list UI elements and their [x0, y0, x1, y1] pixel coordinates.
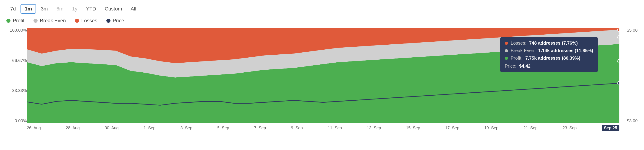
x-label-15sep: 15. Sep — [406, 126, 420, 130]
tooltip-profit-row: Profit: 7.75k addresses (80.39%) — [505, 56, 593, 61]
x-label-23sep: 23. Sep — [562, 126, 576, 130]
y-label-0: 0.00% — [6, 118, 27, 123]
legend-losses-label: Losses — [81, 18, 97, 24]
btn-1y: 1y — [68, 4, 81, 14]
legend-profit: Profit — [6, 18, 24, 24]
losses-dot — [75, 19, 79, 23]
btn-all[interactable]: All — [127, 4, 140, 14]
legend-price: Price — [106, 18, 124, 24]
chart-svg-area[interactable]: Losses: 748 addresses (7.76%) Break Even… — [27, 28, 620, 123]
y-label-33: 33.33% — [6, 88, 27, 93]
x-label-30aug: 30. Aug — [104, 126, 118, 130]
x-label-3sep: 3. Sep — [180, 126, 192, 130]
tooltip-losses-row: Losses: 748 addresses (7.76%) — [505, 40, 593, 46]
x-label-9sep: 9. Sep — [291, 126, 303, 130]
y-axis-left: 100.00% 66.67% 33.33% 0.00% — [6, 28, 27, 123]
x-label-26aug: 26. Aug — [27, 126, 41, 130]
legend-bar: Profit Break Even Losses Price — [0, 16, 644, 28]
breakeven-dot — [34, 19, 38, 23]
chart-tooltip: Losses: 748 addresses (7.76%) Break Even… — [500, 37, 598, 72]
tooltip-price-value: $4.42 — [519, 64, 530, 69]
btn-6m: 6m — [52, 4, 68, 14]
btn-custom[interactable]: Custom — [101, 4, 126, 14]
y-label-right-5: $5.00 — [627, 28, 638, 33]
tooltip-breakeven-value: 1.14k addresses (11.85%) — [538, 48, 593, 53]
svg-point-8 — [618, 36, 620, 40]
y-label-100: 100.00% — [6, 28, 27, 33]
tooltip-price-label: Price: — [505, 64, 516, 69]
x-axis: 26. Aug 28. Aug 30. Aug 1. Sep 3. Sep 5.… — [27, 123, 620, 132]
time-range-bar: 7d 1m 3m 6m 1y YTD Custom All — [0, 0, 644, 16]
x-label-17sep: 17. Sep — [445, 126, 459, 130]
x-label-7sep: 7. Sep — [254, 126, 266, 130]
y-label-66: 66.67% — [6, 58, 27, 63]
x-label-21sep: 21. Sep — [523, 126, 538, 130]
btn-7d[interactable]: 7d — [6, 4, 20, 14]
x-label-28aug: 28. Aug — [66, 126, 80, 130]
x-label-5sep: 5. Sep — [217, 126, 229, 130]
x-label-11sep: 11. Sep — [328, 126, 342, 130]
x-label-1sep: 1. Sep — [144, 126, 155, 130]
chart-container[interactable]: 100.00% 66.67% 33.33% 0.00% $5.00 $3.00 — [0, 28, 644, 132]
svg-point-9 — [618, 60, 620, 63]
legend-losses: Losses — [75, 18, 97, 24]
legend-breakeven: Break Even — [34, 18, 66, 24]
x-label-19sep: 19. Sep — [484, 126, 498, 130]
tooltip-breakeven-label: Break Even: — [511, 48, 536, 53]
legend-price-label: Price — [113, 18, 124, 24]
tooltip-price-row: Price: $4.42 — [505, 63, 593, 69]
legend-breakeven-label: Break Even — [40, 18, 66, 24]
x-label-13sep: 13. Sep — [367, 126, 381, 130]
tooltip-losses-dot — [505, 42, 508, 45]
x-label-sep25: Sep 25 — [602, 125, 620, 131]
svg-point-7 — [618, 28, 620, 32]
y-label-right-3: $3.00 — [627, 118, 638, 123]
tooltip-breakeven-dot — [505, 49, 508, 52]
btn-ytd[interactable]: YTD — [82, 4, 100, 14]
tooltip-profit-label: Profit: — [511, 56, 522, 61]
tooltip-breakeven-row: Break Even: 1.14k addresses (11.85%) — [505, 48, 593, 53]
tooltip-losses-value: 748 addresses (7.76%) — [529, 40, 578, 46]
tooltip-losses-label: Losses: — [511, 40, 526, 46]
y-axis-right: $5.00 $3.00 — [620, 28, 638, 123]
btn-3m[interactable]: 3m — [37, 4, 52, 14]
chart-inner: 100.00% 66.67% 33.33% 0.00% $5.00 $3.00 — [6, 28, 638, 132]
svg-point-10 — [618, 81, 620, 85]
tooltip-profit-value: 7.75k addresses (80.39%) — [525, 56, 580, 61]
legend-profit-label: Profit — [13, 18, 24, 24]
btn-1m[interactable]: 1m — [20, 4, 36, 14]
tooltip-profit-dot — [505, 57, 508, 60]
profit-dot — [6, 19, 10, 23]
price-dot — [106, 19, 110, 23]
